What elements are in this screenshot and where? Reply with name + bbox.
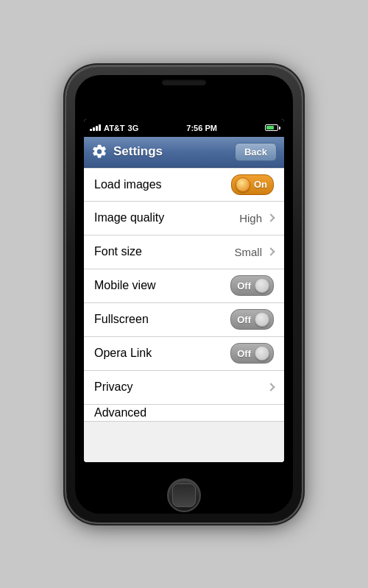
- item-label-privacy: Privacy: [94, 380, 132, 394]
- value-privacy: [265, 384, 274, 390]
- toggle-fullscreen[interactable]: Off: [230, 309, 274, 330]
- list-item[interactable]: Load images On: [84, 168, 284, 202]
- list-item[interactable]: Font size Small: [84, 235, 284, 269]
- home-button[interactable]: [167, 478, 201, 512]
- toggle-opera-link[interactable]: Off: [230, 343, 274, 364]
- toggle-on-switch[interactable]: On: [231, 174, 274, 195]
- toggle-off-switch[interactable]: Off: [230, 309, 274, 330]
- status-right: [265, 124, 278, 131]
- back-button[interactable]: Back: [235, 143, 277, 161]
- battery-icon: [265, 124, 278, 131]
- toggle-thumb: [236, 177, 250, 192]
- toggle-off-label: Off: [237, 280, 251, 291]
- item-label-image-quality: Image quality: [94, 211, 164, 224]
- settings-list: Load images On Image quality High: [84, 168, 284, 462]
- toggle-on-label: On: [254, 179, 267, 190]
- item-label-load-images: Load images: [94, 178, 162, 191]
- phone-inner: AT&T 3G 7:56 PM Settings Ba: [75, 75, 293, 514]
- toggle-load-images[interactable]: On: [231, 174, 274, 195]
- item-label-advanced: Advanced: [94, 406, 146, 419]
- value-text: High: [239, 212, 262, 224]
- toggle-thumb-gray: [255, 278, 269, 293]
- speaker: [162, 79, 206, 85]
- item-label-opera-link: Opera Link: [94, 347, 152, 360]
- list-item[interactable]: Privacy: [84, 371, 284, 405]
- chevron-icon: [266, 213, 275, 222]
- signal-bar-2: [93, 127, 95, 131]
- signal-bars: [90, 124, 101, 131]
- carrier-label: AT&T: [104, 124, 125, 132]
- battery-fill: [266, 126, 274, 130]
- nav-bar: Settings Back: [84, 137, 284, 168]
- list-item[interactable]: Opera Link Off: [84, 337, 284, 371]
- nav-title: Settings: [91, 144, 163, 160]
- home-button-inner: [172, 483, 196, 507]
- status-left: AT&T 3G: [90, 124, 138, 132]
- chevron-icon: [266, 383, 275, 391]
- toggle-thumb-gray: [255, 346, 269, 361]
- phone-frame: AT&T 3G 7:56 PM Settings Ba: [66, 66, 302, 523]
- toggle-thumb-gray: [255, 312, 269, 327]
- list-item[interactable]: Mobile view Off: [84, 269, 284, 303]
- signal-bar-1: [90, 129, 92, 131]
- toggle-off-label: Off: [237, 348, 251, 359]
- item-label-fullscreen: Fullscreen: [94, 313, 149, 326]
- value-image-quality: High: [239, 212, 274, 224]
- gear-icon: [91, 144, 107, 160]
- value-font-size: Small: [234, 246, 274, 258]
- signal-bar-4: [99, 124, 101, 131]
- list-item-partial[interactable]: Advanced: [84, 405, 284, 422]
- settings-title: Settings: [113, 144, 163, 159]
- status-bar: AT&T 3G 7:56 PM: [84, 119, 284, 137]
- item-label-font-size: Font size: [94, 245, 142, 258]
- toggle-off-switch[interactable]: Off: [230, 275, 274, 296]
- toggle-off-switch[interactable]: Off: [230, 343, 274, 364]
- screen: AT&T 3G 7:56 PM Settings Ba: [84, 119, 284, 462]
- signal-bar-3: [96, 126, 98, 131]
- value-text: Small: [234, 246, 262, 258]
- time-display: 7:56 PM: [186, 124, 217, 132]
- chevron-icon: [266, 247, 275, 255]
- item-label-mobile-view: Mobile view: [94, 279, 156, 292]
- toggle-off-label: Off: [237, 314, 251, 325]
- list-item[interactable]: Fullscreen Off: [84, 303, 284, 337]
- network-label: 3G: [128, 124, 139, 132]
- list-item[interactable]: Image quality High: [84, 202, 284, 235]
- toggle-mobile-view[interactable]: Off: [230, 275, 274, 296]
